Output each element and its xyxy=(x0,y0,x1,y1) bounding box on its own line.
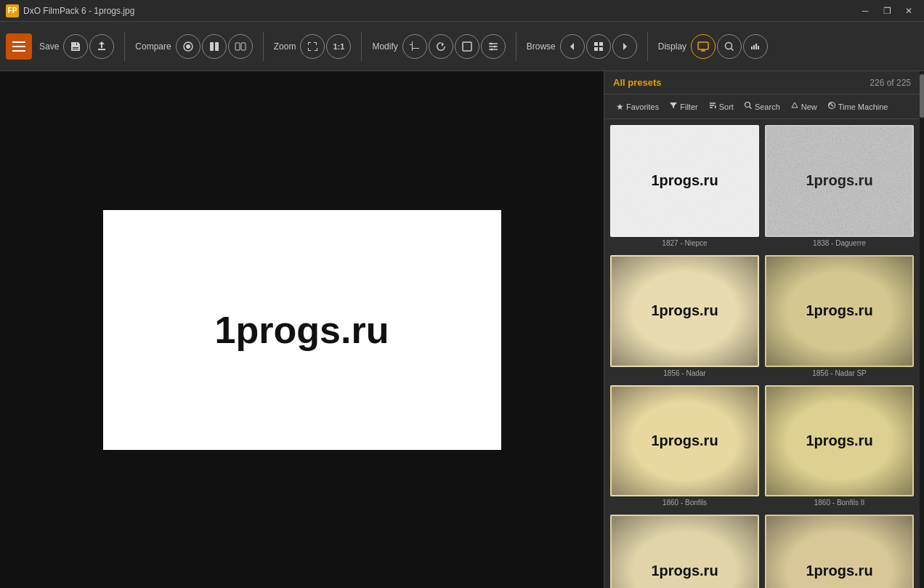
filter-button[interactable]: Filter xyxy=(665,99,702,114)
modify-group: Modify xyxy=(368,34,509,59)
save-button[interactable] xyxy=(63,34,88,59)
image-frame: 1progs.ru xyxy=(103,210,501,450)
preset-item[interactable]: 1progs.ru 1838 - Daguerre xyxy=(765,125,914,249)
fit-zoom-button[interactable] xyxy=(300,34,325,59)
titlebar: FP DxO FilmPack 6 - 1progs.jpg ─ ❐ ✕ xyxy=(0,0,924,22)
close-button[interactable]: ✕ xyxy=(899,4,918,17)
preset-thumbnail: 1progs.ru xyxy=(765,515,914,588)
geometry-button[interactable] xyxy=(455,34,479,59)
preset-watermark: 1progs.ru xyxy=(651,302,718,319)
preset-item[interactable]: 1progs.ru 1856 - Nadar SP xyxy=(765,255,914,379)
svg-point-7 xyxy=(490,42,492,44)
scrollbar[interactable] xyxy=(920,71,924,588)
preset-watermark: 1progs.ru xyxy=(806,563,872,579)
menu-button[interactable] xyxy=(6,33,32,60)
actual-size-button[interactable]: 1:1 xyxy=(326,34,351,59)
window-title: DxO FilmPack 6 - 1progs.jpg xyxy=(23,6,134,16)
svg-rect-6 xyxy=(463,42,471,51)
new-button[interactable]: New xyxy=(786,99,822,114)
minimize-button[interactable]: ─ xyxy=(856,4,875,17)
save-label: Save xyxy=(39,41,59,52)
preset-item[interactable]: 1progs.ru 1865 - Brady II xyxy=(765,515,914,588)
browse-group: Browse xyxy=(522,34,641,59)
histogram-button[interactable] xyxy=(743,34,768,59)
preset-item[interactable]: 1progs.ru 1856 - Nadar xyxy=(610,255,759,379)
panel-title: All presets xyxy=(613,77,661,88)
search-label: Search xyxy=(755,102,780,111)
next-button[interactable] xyxy=(612,34,637,59)
preset-thumbnail: 1progs.ru xyxy=(765,255,914,367)
preset-watermark: 1progs.ru xyxy=(806,302,872,319)
zoom-label: Zoom xyxy=(274,41,296,52)
svg-rect-3 xyxy=(215,42,219,51)
compare-group: Compare xyxy=(131,34,256,59)
preset-item[interactable]: 1progs.ru 1860 - Bonfils II xyxy=(765,385,914,510)
grid-view-button[interactable] xyxy=(586,34,611,59)
side-by-side-button[interactable] xyxy=(228,34,253,59)
preset-thumbnail: 1progs.ru xyxy=(610,255,759,367)
preset-thumbnail: 1progs.ru xyxy=(610,515,759,588)
menu-line-2 xyxy=(12,46,25,47)
sort-button[interactable]: Sort xyxy=(704,99,738,114)
preset-item[interactable]: 1progs.ru 1827 - Niepce xyxy=(610,125,759,249)
presets-panel: All presets 226 of 225 ★ Favorites Filte… xyxy=(604,71,920,588)
panel-header: All presets 226 of 225 xyxy=(604,71,920,94)
search-button[interactable]: Search xyxy=(739,99,785,114)
toolbar: Save Compare Zoom 1:1 Modify xyxy=(0,22,924,71)
svg-rect-14 xyxy=(698,42,708,49)
rotate-button[interactable] xyxy=(429,34,453,59)
preset-watermark: 1progs.ru xyxy=(806,172,872,189)
svg-rect-2 xyxy=(210,42,214,51)
app-icon: FP xyxy=(6,4,19,17)
scroll-thumb[interactable] xyxy=(920,74,924,118)
export-button[interactable] xyxy=(89,34,114,59)
preset-watermark: 1progs.ru xyxy=(651,432,718,449)
svg-point-16 xyxy=(745,102,750,108)
display-mode-button[interactable] xyxy=(691,34,716,59)
favorites-button[interactable]: ★ Favorites xyxy=(612,100,663,114)
settings-button[interactable] xyxy=(481,34,506,59)
prev-button[interactable] xyxy=(560,34,585,59)
loupe-button[interactable] xyxy=(717,34,742,59)
preset-name: 1827 - Niepce xyxy=(610,237,759,249)
maximize-button[interactable]: ❐ xyxy=(878,4,896,17)
sep-2 xyxy=(263,32,264,61)
panel-toolbar: ★ Favorites Filter Sort Search xyxy=(604,94,920,119)
image-content: 1progs.ru xyxy=(215,308,389,352)
split-view-button[interactable] xyxy=(202,34,227,59)
sep-4 xyxy=(516,32,516,61)
filter-label: Filter xyxy=(680,102,697,111)
svg-point-9 xyxy=(490,48,493,50)
search-icon xyxy=(744,101,753,112)
preset-watermark: 1progs.ru xyxy=(806,432,872,449)
svg-point-15 xyxy=(726,42,732,49)
preset-name: 1838 - Daguerre xyxy=(765,237,914,249)
modify-label: Modify xyxy=(372,41,397,52)
display-group: Display xyxy=(654,34,772,59)
presets-grid: 1progs.ru 1827 - Niepce 1progs.ru 1838 -… xyxy=(604,119,920,588)
titlebar-controls: ─ ❐ ✕ xyxy=(856,4,918,17)
titlebar-left: FP DxO FilmPack 6 - 1progs.jpg xyxy=(6,4,134,17)
compare-view-button[interactable] xyxy=(176,34,200,59)
new-icon xyxy=(790,101,799,112)
svg-rect-10 xyxy=(594,42,598,46)
sort-icon xyxy=(708,101,717,112)
preset-thumbnail: 1progs.ru xyxy=(765,385,914,497)
time-machine-button[interactable]: Time Machine xyxy=(823,99,893,114)
panel-count: 226 of 225 xyxy=(870,78,911,88)
svg-point-1 xyxy=(186,44,190,49)
preset-name: 1856 - Nadar SP xyxy=(765,367,914,379)
svg-rect-11 xyxy=(599,42,603,46)
crop-button[interactable] xyxy=(402,34,427,59)
preset-name: 1860 - Bonfils xyxy=(610,496,759,509)
sep-5 xyxy=(647,32,648,61)
time-machine-icon xyxy=(827,101,836,112)
preset-item[interactable]: 1progs.ru 1865 - Brady xyxy=(610,515,759,588)
preset-name: 1860 - Bonfils II xyxy=(765,496,914,509)
zoom-group: Zoom 1:1 xyxy=(270,34,356,59)
svg-rect-5 xyxy=(241,43,246,50)
favorites-label: Favorites xyxy=(626,102,659,111)
display-label: Display xyxy=(658,41,686,52)
browse-label: Browse xyxy=(527,41,556,52)
preset-item[interactable]: 1progs.ru 1860 - Bonfils xyxy=(610,385,759,510)
